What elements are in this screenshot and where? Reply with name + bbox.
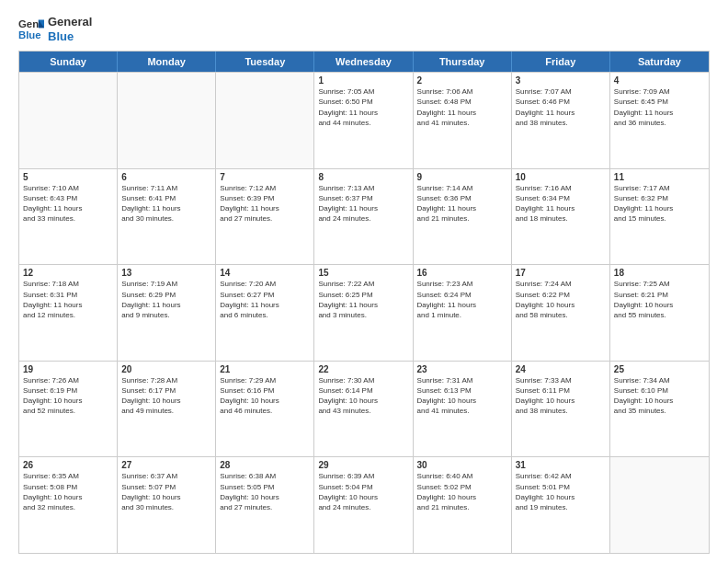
calendar-day-23: 23Sunrise: 7:31 AMSunset: 6:13 PMDayligh… [414, 362, 512, 457]
calendar-week-2: 5Sunrise: 7:10 AMSunset: 6:43 PMDaylight… [19, 168, 709, 265]
day-number: 14 [220, 268, 310, 278]
calendar-day-empty [610, 457, 709, 553]
calendar-day-24: 24Sunrise: 7:33 AMSunset: 6:11 PMDayligh… [512, 362, 610, 457]
day-number: 24 [516, 364, 606, 374]
day-number: 27 [121, 460, 211, 470]
calendar-day-22: 22Sunrise: 7:30 AMSunset: 6:14 PMDayligh… [314, 362, 413, 457]
day-info: Sunrise: 6:38 AMSunset: 5:05 PMDaylight:… [220, 471, 310, 512]
calendar-week-1: 1Sunrise: 7:05 AMSunset: 6:50 PMDaylight… [19, 72, 709, 168]
day-info: Sunrise: 6:39 AMSunset: 5:04 PMDaylight:… [318, 471, 408, 512]
day-info: Sunrise: 7:25 AMSunset: 6:21 PMDaylight:… [614, 279, 705, 320]
calendar-body: 1Sunrise: 7:05 AMSunset: 6:50 PMDaylight… [19, 72, 709, 553]
calendar-day-1: 1Sunrise: 7:05 AMSunset: 6:50 PMDaylight… [314, 73, 413, 168]
day-number: 11 [614, 172, 705, 182]
calendar-day-10: 10Sunrise: 7:16 AMSunset: 6:34 PMDayligh… [512, 169, 610, 265]
day-info: Sunrise: 7:05 AMSunset: 6:50 PMDaylight:… [318, 86, 408, 128]
calendar-day-27: 27Sunrise: 6:37 AMSunset: 5:07 PMDayligh… [118, 457, 216, 553]
calendar-day-28: 28Sunrise: 6:38 AMSunset: 5:05 PMDayligh… [216, 457, 314, 553]
day-number: 30 [417, 460, 507, 470]
calendar-day-12: 12Sunrise: 7:18 AMSunset: 6:31 PMDayligh… [19, 265, 118, 361]
day-number: 5 [23, 172, 113, 182]
day-info: Sunrise: 7:23 AMSunset: 6:24 PMDaylight:… [417, 279, 507, 320]
day-info: Sunrise: 7:26 AMSunset: 6:19 PMDaylight:… [23, 375, 113, 417]
day-number: 2 [417, 75, 507, 86]
calendar-header: SundayMondayTuesdayWednesdayThursdayFrid… [19, 52, 709, 72]
calendar-week-5: 26Sunrise: 6:35 AMSunset: 5:08 PMDayligh… [19, 456, 709, 553]
calendar-day-30: 30Sunrise: 6:40 AMSunset: 5:02 PMDayligh… [414, 457, 512, 553]
day-number: 26 [23, 460, 113, 470]
day-info: Sunrise: 7:06 AMSunset: 6:48 PMDaylight:… [417, 86, 507, 128]
weekday-header-saturday: Saturday [610, 52, 709, 72]
day-number: 22 [318, 364, 408, 374]
day-info: Sunrise: 7:30 AMSunset: 6:14 PMDaylight:… [318, 375, 408, 417]
calendar-day-9: 9Sunrise: 7:14 AMSunset: 6:36 PMDaylight… [414, 169, 512, 265]
calendar: SundayMondayTuesdayWednesdayThursdayFrid… [18, 51, 710, 554]
day-info: Sunrise: 7:18 AMSunset: 6:31 PMDaylight:… [23, 279, 113, 320]
calendar-day-21: 21Sunrise: 7:29 AMSunset: 6:16 PMDayligh… [216, 362, 314, 457]
day-number: 29 [318, 460, 408, 470]
day-number: 15 [318, 268, 408, 278]
day-number: 17 [516, 268, 606, 278]
weekday-header-monday: Monday [118, 52, 216, 72]
day-number: 10 [516, 172, 606, 182]
day-info: Sunrise: 7:22 AMSunset: 6:25 PMDaylight:… [318, 279, 408, 320]
day-number: 8 [318, 172, 408, 182]
calendar-day-31: 31Sunrise: 6:42 AMSunset: 5:01 PMDayligh… [512, 457, 610, 553]
day-info: Sunrise: 7:16 AMSunset: 6:34 PMDaylight:… [516, 183, 606, 224]
day-info: Sunrise: 7:20 AMSunset: 6:27 PMDaylight:… [220, 279, 310, 320]
calendar-day-29: 29Sunrise: 6:39 AMSunset: 5:04 PMDayligh… [314, 457, 413, 553]
calendar-day-20: 20Sunrise: 7:28 AMSunset: 6:17 PMDayligh… [118, 362, 216, 457]
calendar-day-6: 6Sunrise: 7:11 AMSunset: 6:41 PMDaylight… [118, 169, 216, 265]
calendar-day-26: 26Sunrise: 6:35 AMSunset: 5:08 PMDayligh… [19, 457, 118, 553]
calendar-day-empty [216, 73, 314, 168]
day-number: 28 [220, 460, 310, 470]
day-info: Sunrise: 7:10 AMSunset: 6:43 PMDaylight:… [23, 183, 113, 224]
calendar-day-empty [19, 73, 118, 168]
day-number: 31 [516, 460, 606, 470]
day-info: Sunrise: 7:29 AMSunset: 6:16 PMDaylight:… [220, 375, 310, 417]
logo: General Blue GeneralBlue [18, 15, 92, 43]
day-info: Sunrise: 6:42 AMSunset: 5:01 PMDaylight:… [516, 471, 606, 512]
calendar-day-25: 25Sunrise: 7:34 AMSunset: 6:10 PMDayligh… [610, 362, 709, 457]
day-number: 25 [614, 364, 705, 374]
day-number: 6 [121, 172, 211, 182]
calendar-day-2: 2Sunrise: 7:06 AMSunset: 6:48 PMDaylight… [414, 73, 512, 168]
calendar-day-5: 5Sunrise: 7:10 AMSunset: 6:43 PMDaylight… [19, 169, 118, 265]
calendar-day-3: 3Sunrise: 7:07 AMSunset: 6:46 PMDaylight… [512, 73, 610, 168]
weekday-header-wednesday: Wednesday [314, 52, 413, 72]
weekday-header-tuesday: Tuesday [216, 52, 314, 72]
day-info: Sunrise: 7:34 AMSunset: 6:10 PMDaylight:… [614, 375, 705, 417]
logo-text: GeneralBlue [48, 15, 92, 43]
day-info: Sunrise: 6:35 AMSunset: 5:08 PMDaylight:… [23, 471, 113, 512]
day-info: Sunrise: 7:19 AMSunset: 6:29 PMDaylight:… [121, 279, 211, 320]
calendar-day-15: 15Sunrise: 7:22 AMSunset: 6:25 PMDayligh… [314, 265, 413, 361]
day-info: Sunrise: 7:31 AMSunset: 6:13 PMDaylight:… [417, 375, 507, 417]
day-number: 23 [417, 364, 507, 374]
day-info: Sunrise: 7:14 AMSunset: 6:36 PMDaylight:… [417, 183, 507, 224]
calendar-week-4: 19Sunrise: 7:26 AMSunset: 6:19 PMDayligh… [19, 361, 709, 457]
day-info: Sunrise: 6:40 AMSunset: 5:02 PMDaylight:… [417, 471, 507, 512]
weekday-header-friday: Friday [512, 52, 610, 72]
calendar-day-empty [118, 73, 216, 168]
day-number: 13 [121, 268, 211, 278]
weekday-header-thursday: Thursday [414, 52, 512, 72]
logo-icon: General Blue [18, 17, 44, 42]
day-info: Sunrise: 7:12 AMSunset: 6:39 PMDaylight:… [220, 183, 310, 224]
day-number: 1 [318, 75, 408, 86]
day-number: 18 [614, 268, 705, 278]
calendar-day-7: 7Sunrise: 7:12 AMSunset: 6:39 PMDaylight… [216, 169, 314, 265]
calendar-day-16: 16Sunrise: 7:23 AMSunset: 6:24 PMDayligh… [414, 265, 512, 361]
day-number: 16 [417, 268, 507, 278]
day-info: Sunrise: 7:11 AMSunset: 6:41 PMDaylight:… [121, 183, 211, 224]
day-info: Sunrise: 7:07 AMSunset: 6:46 PMDaylight:… [516, 86, 606, 128]
calendar-day-4: 4Sunrise: 7:09 AMSunset: 6:45 PMDaylight… [610, 73, 709, 168]
day-info: Sunrise: 7:17 AMSunset: 6:32 PMDaylight:… [614, 183, 705, 224]
day-info: Sunrise: 7:33 AMSunset: 6:11 PMDaylight:… [516, 375, 606, 417]
day-info: Sunrise: 7:09 AMSunset: 6:45 PMDaylight:… [614, 86, 705, 128]
day-info: Sunrise: 7:24 AMSunset: 6:22 PMDaylight:… [516, 279, 606, 320]
day-info: Sunrise: 7:13 AMSunset: 6:37 PMDaylight:… [318, 183, 408, 224]
day-number: 20 [121, 364, 211, 374]
calendar-day-8: 8Sunrise: 7:13 AMSunset: 6:37 PMDaylight… [314, 169, 413, 265]
calendar-day-11: 11Sunrise: 7:17 AMSunset: 6:32 PMDayligh… [610, 169, 709, 265]
calendar-day-13: 13Sunrise: 7:19 AMSunset: 6:29 PMDayligh… [118, 265, 216, 361]
